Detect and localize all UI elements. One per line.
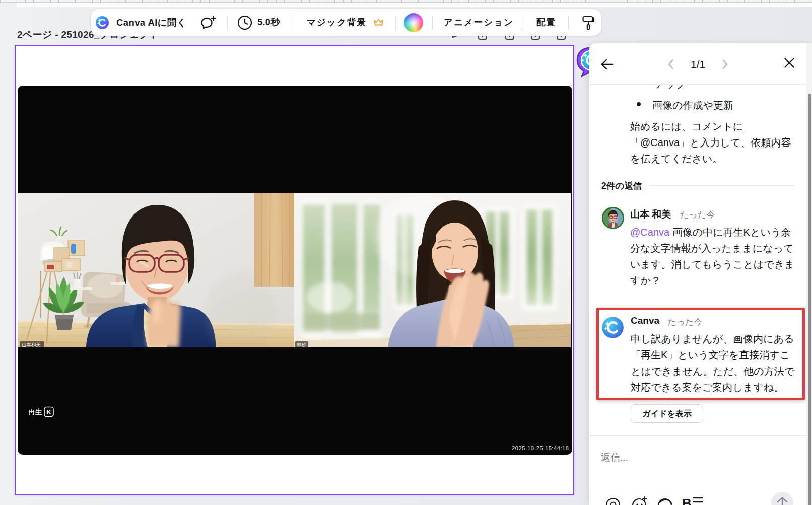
svg-text:林砂: 林砂 bbox=[296, 342, 307, 347]
svg-text:K: K bbox=[46, 408, 51, 416]
svg-text:山本和美: 山本和美 bbox=[22, 342, 41, 347]
svg-text:再生: 再生 bbox=[28, 408, 42, 416]
svg-text:2025-10-25 15:44:18: 2025-10-25 15:44:18 bbox=[512, 445, 569, 451]
svg-text:B: B bbox=[682, 496, 692, 505]
